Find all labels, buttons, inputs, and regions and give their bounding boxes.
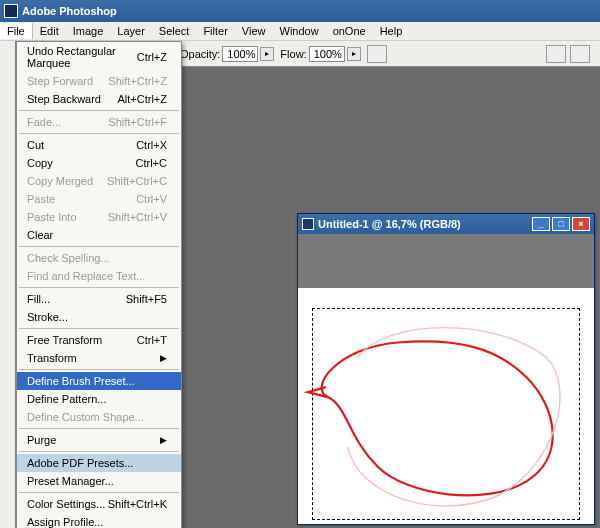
menu-item-label: Stroke... xyxy=(27,311,68,323)
menu-item-step-backward[interactable]: Step BackwardAlt+Ctrl+Z xyxy=(17,90,181,108)
menu-item-shortcut: Ctrl+X xyxy=(136,139,167,151)
menu-image[interactable]: Image xyxy=(66,23,111,39)
document-window[interactable]: Untitled-1 @ 16,7% (RGB/8) _ □ × xyxy=(297,213,595,525)
menu-item-label: Color Settings... xyxy=(27,498,105,510)
menu-item-label: Copy Merged xyxy=(27,175,93,187)
menu-item-shortcut: Ctrl+Z xyxy=(137,51,167,63)
menu-separator xyxy=(19,428,179,429)
menu-item-undo-rectangular-marquee[interactable]: Undo Rectangular MarqueeCtrl+Z xyxy=(17,42,181,72)
menu-item-stroke[interactable]: Stroke... xyxy=(17,308,181,326)
menu-layer[interactable]: Layer xyxy=(110,23,152,39)
menubar: File Edit Image Layer Select Filter View… xyxy=(0,22,600,41)
menu-item-shortcut: Shift+Ctrl+V xyxy=(108,211,167,223)
menu-separator xyxy=(19,287,179,288)
flow-field[interactable]: 100% xyxy=(309,46,345,62)
menu-item-free-transform[interactable]: Free TransformCtrl+T xyxy=(17,331,181,349)
menu-item-shortcut: Shift+Ctrl+K xyxy=(108,498,167,510)
menu-item-label: Clear xyxy=(27,229,53,241)
menu-separator xyxy=(19,110,179,111)
menu-item-fade: Fade...Shift+Ctrl+F xyxy=(17,113,181,131)
menu-item-label: Free Transform xyxy=(27,334,102,346)
maximize-button[interactable]: □ xyxy=(552,217,570,231)
menu-item-preset-manager[interactable]: Preset Manager... xyxy=(17,472,181,490)
app-icon xyxy=(4,4,18,18)
menu-item-define-pattern[interactable]: Define Pattern... xyxy=(17,390,181,408)
menu-item-shortcut: Ctrl+C xyxy=(136,157,167,169)
menu-item-define-custom-shape: Define Custom Shape... xyxy=(17,408,181,426)
document-canvas[interactable] xyxy=(298,234,594,524)
menu-item-check-spelling: Check Spelling... xyxy=(17,249,181,267)
menu-item-label: Undo Rectangular Marquee xyxy=(27,45,137,69)
menu-item-label: Preset Manager... xyxy=(27,475,114,487)
menu-item-label: Paste Into xyxy=(27,211,77,223)
menu-item-shortcut: Alt+Ctrl+Z xyxy=(117,93,167,105)
menu-item-label: Step Forward xyxy=(27,75,93,87)
app-titlebar: Adobe Photoshop xyxy=(0,0,600,22)
menu-item-color-settings[interactable]: Color Settings...Shift+Ctrl+K xyxy=(17,495,181,513)
menu-help[interactable]: Help xyxy=(373,23,410,39)
menu-file[interactable]: File xyxy=(0,23,33,39)
menu-item-find-and-replace-text: Find and Replace Text... xyxy=(17,267,181,285)
opacity-dropdown-icon[interactable]: ▸ xyxy=(260,47,274,61)
menu-item-shortcut: Shift+Ctrl+C xyxy=(107,175,167,187)
menu-filter[interactable]: Filter xyxy=(196,23,234,39)
menu-item-cut[interactable]: CutCtrl+X xyxy=(17,136,181,154)
edit-dropdown: Undo Rectangular MarqueeCtrl+ZStep Forwa… xyxy=(16,41,182,528)
menu-item-label: Fade... xyxy=(27,116,61,128)
palette-toggle-icon[interactable] xyxy=(546,45,566,63)
menu-edit[interactable]: Edit xyxy=(33,23,66,39)
airbrush-icon[interactable] xyxy=(367,45,387,63)
document-titlebar[interactable]: Untitled-1 @ 16,7% (RGB/8) _ □ × xyxy=(298,214,594,234)
menu-item-label: Check Spelling... xyxy=(27,252,110,264)
menu-item-step-forward: Step ForwardShift+Ctrl+Z xyxy=(17,72,181,90)
brush-strokes xyxy=(298,288,594,524)
menu-item-label: Cut xyxy=(27,139,44,151)
menu-item-adobe-pdf-presets[interactable]: Adobe PDF Presets... xyxy=(17,454,181,472)
menu-item-fill[interactable]: Fill...Shift+F5 xyxy=(17,290,181,308)
menu-window[interactable]: Window xyxy=(273,23,326,39)
menu-item-label: Fill... xyxy=(27,293,50,305)
document-title: Untitled-1 @ 16,7% (RGB/8) xyxy=(318,218,461,230)
menu-item-paste-into: Paste IntoShift+Ctrl+V xyxy=(17,208,181,226)
menu-item-label: Assign Profile... xyxy=(27,516,103,528)
menu-item-shortcut: Ctrl+V xyxy=(136,193,167,205)
menu-item-copy[interactable]: CopyCtrl+C xyxy=(17,154,181,172)
menu-item-label: Adobe PDF Presets... xyxy=(27,457,133,469)
menu-item-assign-profile[interactable]: Assign Profile... xyxy=(17,513,181,528)
opacity-field[interactable]: 100% xyxy=(222,46,258,62)
menu-item-paste: PasteCtrl+V xyxy=(17,190,181,208)
opacity-group: Opacity: 100% ▸ xyxy=(180,46,274,62)
menu-item-label: Purge xyxy=(27,434,56,446)
menu-separator xyxy=(19,328,179,329)
menu-item-shortcut: Shift+F5 xyxy=(126,293,167,305)
options-right xyxy=(546,45,600,63)
menu-onone[interactable]: onOne xyxy=(326,23,373,39)
submenu-arrow-icon: ▶ xyxy=(160,353,167,363)
menu-select[interactable]: Select xyxy=(152,23,197,39)
window-controls: _ □ × xyxy=(532,217,590,231)
menu-item-clear[interactable]: Clear xyxy=(17,226,181,244)
flow-dropdown-icon[interactable]: ▸ xyxy=(347,47,361,61)
submenu-arrow-icon: ▶ xyxy=(160,435,167,445)
app-title: Adobe Photoshop xyxy=(22,5,117,17)
menu-separator xyxy=(19,451,179,452)
close-button[interactable]: × xyxy=(572,217,590,231)
menu-item-shortcut: Shift+Ctrl+F xyxy=(108,116,167,128)
menu-view[interactable]: View xyxy=(235,23,273,39)
menu-item-shortcut: Ctrl+T xyxy=(137,334,167,346)
menu-item-purge[interactable]: Purge▶ xyxy=(17,431,181,449)
menu-separator xyxy=(19,369,179,370)
menu-separator xyxy=(19,246,179,247)
opacity-label: Opacity: xyxy=(180,48,220,60)
flow-label: Flow: xyxy=(280,48,306,60)
menu-item-label: Transform xyxy=(27,352,77,364)
menu-separator xyxy=(19,492,179,493)
minimize-button[interactable]: _ xyxy=(532,217,550,231)
workspace-icon[interactable] xyxy=(570,45,590,63)
menu-item-shortcut: Shift+Ctrl+Z xyxy=(108,75,167,87)
menu-item-label: Find and Replace Text... xyxy=(27,270,145,282)
menu-item-define-brush-preset[interactable]: Define Brush Preset... xyxy=(17,372,181,390)
menu-item-copy-merged: Copy MergedShift+Ctrl+C xyxy=(17,172,181,190)
left-ruler xyxy=(0,41,16,528)
menu-item-transform[interactable]: Transform▶ xyxy=(17,349,181,367)
